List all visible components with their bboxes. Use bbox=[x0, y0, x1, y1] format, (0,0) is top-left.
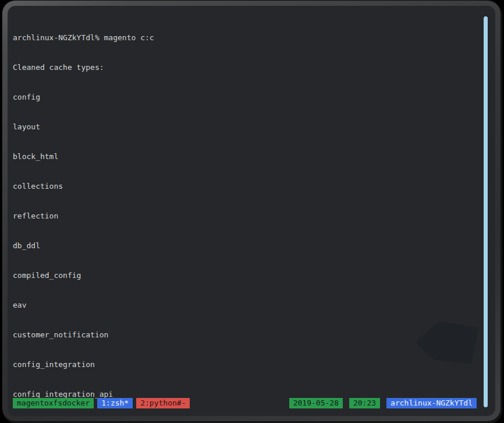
tmux-status-bar: magentoxfsdocker 1:zsh* 2:python#- 2019-… bbox=[13, 398, 477, 408]
terminal-line: layout bbox=[13, 122, 479, 132]
terminal-line: collections bbox=[13, 181, 479, 191]
window-tab-python[interactable]: 2:python#- bbox=[136, 398, 190, 408]
terminal-screen[interactable]: archlinux-NGZkYTdl% magento c:c Cleaned … bbox=[8, 6, 495, 416]
terminal-line: compiled_config bbox=[13, 270, 479, 280]
terminal-window: archlinux-NGZkYTdl% magento c:c Cleaned … bbox=[2, 1, 501, 421]
scrollbar-thumb[interactable] bbox=[484, 16, 488, 407]
status-hostname-badge: archlinux-NGZkYTdl bbox=[386, 398, 477, 408]
terminal-line: block_html bbox=[13, 151, 479, 161]
status-left-group: magentoxfsdocker 1:zsh* 2:python#- bbox=[13, 398, 190, 408]
terminal[interactable]: archlinux-NGZkYTdl% magento c:c Cleaned … bbox=[13, 13, 479, 416]
terminal-line: eav bbox=[13, 300, 479, 310]
status-date-badge: 2019-05-28 bbox=[289, 398, 343, 408]
terminal-line: db_ddl bbox=[13, 241, 479, 251]
status-time-badge: 20:23 bbox=[349, 398, 380, 408]
terminal-line: reflection bbox=[13, 211, 479, 221]
window-tab-zsh[interactable]: 1:zsh* bbox=[97, 398, 133, 408]
terminal-line: config_integration bbox=[13, 359, 479, 369]
terminal-line: Cleaned cache types: bbox=[13, 62, 479, 72]
status-right-group: 2019-05-28 20:23 archlinux-NGZkYTdl bbox=[289, 398, 477, 408]
session-name-badge: magentoxfsdocker bbox=[13, 398, 94, 408]
terminal-line: archlinux-NGZkYTdl% magento c:c bbox=[13, 33, 479, 43]
terminal-line: config bbox=[13, 92, 479, 102]
terminal-line: customer_notification bbox=[13, 330, 479, 340]
